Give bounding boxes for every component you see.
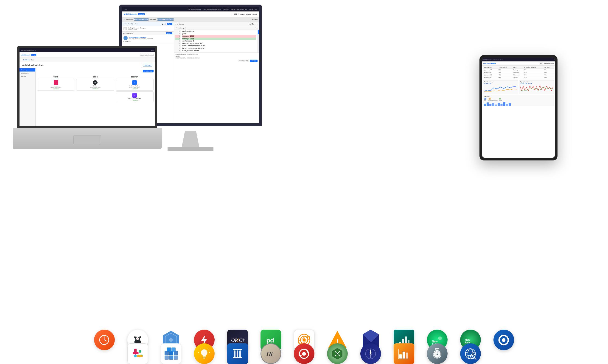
branch-label: Active Branch (master) [124,23,138,25]
eclipse-icon-symbol: ◎ [134,95,135,96]
region-info: US South [223,9,229,10]
svg-rect-74 [203,358,205,359]
badge-count: 262 [233,13,238,15]
lead-time-title: Lead Time [484,96,553,97]
svg-rect-82 [234,351,235,357]
beta-badge: Beta [30,59,34,61]
svg-point-107 [466,349,476,359]
laptop-header-text: mdelder@us.ibm.com ▼ [21,50,36,51]
tool-issues: ! Issues sample-mdelder-tools... ✓ Confi… [37,79,75,91]
timer-icon [427,343,448,364]
row3-date: 14 min ago [512,74,524,76]
filename: manifest.yml [178,27,185,29]
svg-point-93 [370,353,371,354]
working-dir-info: Working Directory Changes Nothing to com… [128,27,146,30]
commit-item: P reduce memory allocation PHILIPPE MULE… [122,35,174,43]
pipeline-icon: ▷ [132,80,137,85]
col-unit: UNIT TEST [543,66,554,69]
working-dir-section: Working Directory Changes Nothing to com… [122,26,174,32]
sidebar-overview[interactable]: Overview [19,68,35,72]
svg-text:ON: ON [239,337,244,343]
sidebar-connections[interactable]: Connections [19,72,35,75]
repo-value[interactable]: nodepmtest1019-02 [134,18,149,21]
push-button[interactable]: Push↑ [166,32,173,34]
svg-rect-101 [436,350,438,351]
row4-coverage: 22% [523,76,543,79]
back-arrow-laptop[interactable]: ← [21,59,22,61]
tablet-header-text: PHILIPPE MULET's Ac | US South | demo01_… [483,59,503,60]
jk-svg: JK [264,348,277,360]
tablet-nav-bar: ■ IBM Bluemix DevOps 262 Catalog Support… [482,61,555,65]
timer-svg [431,348,443,360]
laptop-trackpad[interactable] [73,135,101,144]
add-tool-btn[interactable]: + Add a Tool [143,70,153,72]
orion-svg: OR I ON [231,335,244,345]
git-toolbar: ← Repository: nodepmtest1019-02 Referenc… [122,17,259,22]
diff-icons: ✎ ⊕ ☰ ⊞ ↓ ↑ ↕ [249,23,258,25]
lead-time-chart: Lead Time 78 TOTAL 27 WORKINPROGRESS [483,95,554,106]
row3-unit: 0/0/no [543,74,554,76]
add-tool-label: Add a Tool [146,70,152,72]
tc-layout: Overview Connections Manage + Add a Tool [19,68,155,127]
icons-row-2: JK [0,343,608,364]
svg-rect-81 [233,357,242,358]
laptop-screen: mdelder@us.ibm.com ▼ ⊕ ⊗ ■ IBM Bluemix D… [17,46,157,128]
row4-app: Application ABC [483,76,497,79]
slack-svg [131,347,145,361]
account-link[interactable]: PHILIPPE MULET's Account [204,9,221,10]
main-container: Docs PHILIPPE MULET's Ac PHILIPPE MULET'… [0,0,608,364]
sync-btn[interactable]: Sync [167,23,172,25]
pillar-svg [231,348,244,360]
issues-subtitle: sample-mdelder-tools... [38,87,74,88]
chevron-file[interactable]: ▼ [175,27,177,29]
fetch-button[interactable]: Fetch [250,60,258,62]
toolchain-screen: mdelder@us.ibm.com ▼ ⊕ ⊗ ■ IBM Bluemix D… [19,48,155,126]
lead-wip-area: 27 WORKINPROGRESS [489,98,497,101]
lead-done-area: 9 DONE [499,98,502,101]
branch-icons: ↑ ◆ ⊕ ✳ [161,23,166,25]
sidebar-manage[interactable]: Manage [19,75,35,78]
svg-text:New: New [465,338,470,341]
svg-point-54 [502,338,506,342]
toolchains-link[interactable]: Toolchains [23,59,30,61]
issues-icon: ! [54,80,58,85]
laptop-brand: ■ IBM Bluemix [21,54,30,56]
tool-eclipse: ◎ Eclipse Orion Web IDE ✓ Configured [116,91,153,102]
view-app-btn[interactable]: View App [143,64,152,66]
svg-text:pd: pd [266,337,274,344]
commit-actions: ⟳ ↩ ✓ ⊗ ⊠ ▶ [124,41,172,42]
working-dir-subtitle: Nothing to commit. [128,29,146,30]
tc-sidebar: Overview Connections Manage [19,68,36,127]
line-numbers: 1234 56789 [174,30,181,52]
lead-wip-num: 27 [489,98,497,100]
support-link[interactable]: Support [246,13,251,15]
account-nav-link[interactable]: Account [252,13,257,15]
back-arrow[interactable]: ← [124,18,125,20]
analytics-table-body: Application ABC 22% 8 min ago 22% 0/0/no… [483,69,554,79]
diff-toolbar: 1 file changed ✎ ⊕ ☰ ⊞ ↓ ↑ ↕ [174,22,259,26]
cube-icon [161,343,181,364]
laptop-header: mdelder@us.ibm.com ▼ ⊕ ⊗ [19,48,155,52]
svg-rect-72 [203,355,206,356]
tablet-content: PHILIPPE MULET's Ac | US South | demo01_… [482,58,555,158]
code-line-3-removed: memory: 2560 [182,35,256,38]
scrollbar[interactable] [258,30,259,52]
outgoing-header: ▶ Outgoing (1) Push↑ [122,32,174,35]
devops-badge: DevOps [138,13,145,15]
svg-point-50 [438,337,442,340]
row1-date: 8 min ago [512,69,524,71]
svg-rect-8 [506,104,508,106]
plus-icon: + [144,70,145,72]
phase-think: THINK ! Issues sample-mdelder-tools... ✓… [37,76,75,103]
monitor-nav-bar: ■ IBM Bluemix DevOps 262 Catalog Support… [122,12,259,17]
col-date: DATE [512,66,524,69]
catalog-link[interactable]: Catalog [240,13,245,15]
svg-point-22 [137,338,138,339]
chevron-icon[interactable]: ▶ [124,33,125,34]
docs-link[interactable]: Docs [124,9,127,10]
tablet-badge-count: 262 [539,63,543,65]
row3-app: Application ABC [483,74,497,76]
branch-value[interactable]: master → origin/master [157,18,174,21]
col-coverage: % CODE COVERAGE [523,66,543,69]
tc-title-bar: mdelder-toolchain View App [19,62,155,68]
